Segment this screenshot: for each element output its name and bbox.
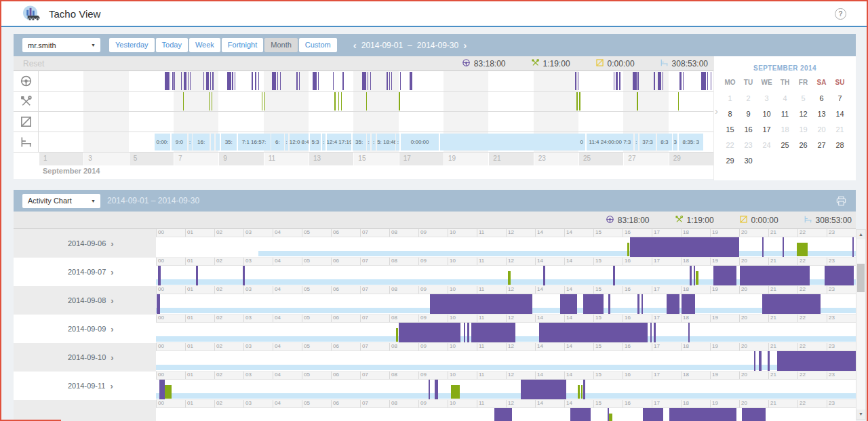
axis-day-cell: 23	[534, 153, 578, 165]
calendar-day[interactable]: 29	[721, 153, 739, 169]
calendar-day[interactable]: 9	[739, 106, 757, 122]
calendar-day[interactable]: 11	[776, 106, 794, 122]
day-row-chart: 0001020304050607080910111214141516171819…	[156, 372, 856, 400]
hour-cell: 04	[273, 343, 302, 350]
chevron-right-icon: ›	[111, 325, 113, 333]
range-button-group: YesterdayTodayWeekFortnightMonthCustom	[109, 38, 338, 52]
calendar-day[interactable]: 25	[776, 138, 794, 153]
range-button-today[interactable]: Today	[156, 38, 188, 52]
hour-cell: 08	[389, 400, 418, 407]
drive-segment	[683, 72, 684, 90]
hour-cell: 07	[360, 400, 389, 407]
drive-segment	[570, 408, 591, 421]
calendar-day[interactable]: 30	[739, 153, 757, 169]
range-button-week[interactable]: Week	[189, 38, 220, 52]
calendar-day[interactable]: 14	[831, 106, 849, 122]
scroll-up-button[interactable]: ▲	[856, 230, 865, 239]
column-stripe	[39, 92, 83, 111]
chart-type-select[interactable]: Activity Chart ▼	[22, 194, 100, 208]
range-button-custom[interactable]: Custom	[299, 38, 337, 52]
vertical-scrollbar[interactable]: ▲ ▼	[856, 229, 866, 420]
day-row-label[interactable]: 2014-09-06›	[14, 229, 156, 258]
hour-cell: 22	[797, 372, 827, 379]
range-start-date: 2014-09-01	[361, 41, 403, 50]
driver-select[interactable]: mr.smith ▼	[22, 38, 100, 52]
drive-segment	[387, 72, 388, 90]
hour-cell: 17	[652, 343, 681, 350]
work-segment	[508, 271, 510, 285]
calendar-day[interactable]: 7	[831, 91, 849, 106]
drive-icon	[14, 71, 38, 92]
hour-cell: 12	[506, 258, 535, 265]
month-chart: 0:00:9:0:16:35:7:1 16:57:6::12:0 8:45:3:…	[14, 71, 713, 153]
calendar-day[interactable]: 28	[831, 138, 849, 153]
prev-range-button[interactable]: ‹	[353, 39, 357, 52]
column-stripe	[83, 71, 128, 91]
drive-segment	[543, 266, 545, 285]
column-stripe	[399, 71, 443, 91]
calendar-day[interactable]: 13	[812, 106, 831, 122]
rest-segment: 37:3	[639, 134, 656, 151]
next-range-button[interactable]: ›	[463, 39, 467, 52]
day-row-label[interactable]: 2014-09-08›	[14, 286, 156, 315]
calendar-day[interactable]: 16	[739, 122, 757, 138]
help-icon[interactable]: ?	[835, 8, 846, 20]
rest-icon	[660, 58, 669, 70]
day-row: 0001020304050607080910111214141516171819…	[14, 400, 856, 421]
calendar-day: 4	[776, 91, 794, 106]
hour-cell: 02	[214, 343, 243, 350]
standby-icon	[739, 214, 748, 226]
hour-cell: 17	[652, 400, 681, 407]
calendar-day[interactable]: 12	[794, 106, 812, 122]
calendar-collapse-icon[interactable]: ›	[715, 105, 718, 117]
hour-cell: 12	[506, 315, 535, 322]
day-row-label[interactable]: 2014-09-11›	[14, 372, 156, 400]
axis-day-cell: 17	[399, 153, 443, 165]
day-row-label[interactable]: 2014-09-07›	[14, 258, 156, 286]
calendar-day[interactable]: 17	[757, 122, 776, 138]
day-row-label[interactable]: 2014-09-09›	[14, 315, 156, 343]
hour-cell: 14	[535, 286, 564, 294]
hour-cell: 05	[302, 286, 331, 294]
drive-segment	[190, 72, 191, 90]
activity-lane-icons	[14, 71, 39, 153]
reset-button[interactable]: Reset	[23, 59, 44, 68]
range-button-fortnight[interactable]: Fortnight	[222, 38, 263, 52]
day-row-label[interactable]: 2014-09-10›	[14, 343, 156, 372]
drive-segment	[212, 72, 213, 90]
calendar-weekday: FR	[794, 79, 812, 91]
calendar-day[interactable]: 8	[721, 106, 739, 122]
calendar-day[interactable]: 26	[794, 138, 812, 153]
range-button-month[interactable]: Month	[264, 38, 298, 52]
hour-cell: 18	[681, 258, 710, 265]
calendar-day[interactable]: 10	[757, 106, 776, 122]
calendar-day: 3	[757, 91, 776, 106]
calendar-day[interactable]: 15	[721, 122, 739, 138]
drive-segment	[172, 72, 174, 90]
range-button-yesterday[interactable]: Yesterday	[109, 38, 155, 52]
column-stripe	[83, 132, 128, 152]
drive-segment	[637, 72, 638, 90]
print-icon[interactable]	[835, 195, 847, 209]
column-stripe	[83, 112, 128, 132]
scrollbar-thumb[interactable]	[857, 264, 865, 292]
drive-segment	[400, 72, 401, 90]
hour-cell: 03	[243, 229, 273, 237]
month-lane-work	[39, 92, 713, 112]
rest-segment: :	[635, 134, 638, 151]
drive-segment	[690, 266, 692, 285]
drive-segment	[174, 72, 175, 90]
day-row-chart: 0001020304050607080910111214141516171819…	[156, 286, 856, 315]
work-segment	[183, 92, 184, 111]
day-row-label[interactable]	[14, 400, 156, 421]
drive-segment	[658, 72, 661, 90]
calendar-day[interactable]: 6	[812, 91, 831, 106]
drive-segment	[608, 408, 609, 421]
day-row-chart: 0001020304050607080910111214141516171819…	[156, 400, 856, 421]
calendar-day[interactable]: 27	[812, 138, 831, 153]
scroll-down-button[interactable]: ▼	[856, 409, 865, 419]
work-segment	[637, 92, 637, 111]
hour-cell: 15	[593, 258, 623, 265]
drive-segment	[614, 72, 615, 90]
drive-segment	[184, 72, 187, 90]
